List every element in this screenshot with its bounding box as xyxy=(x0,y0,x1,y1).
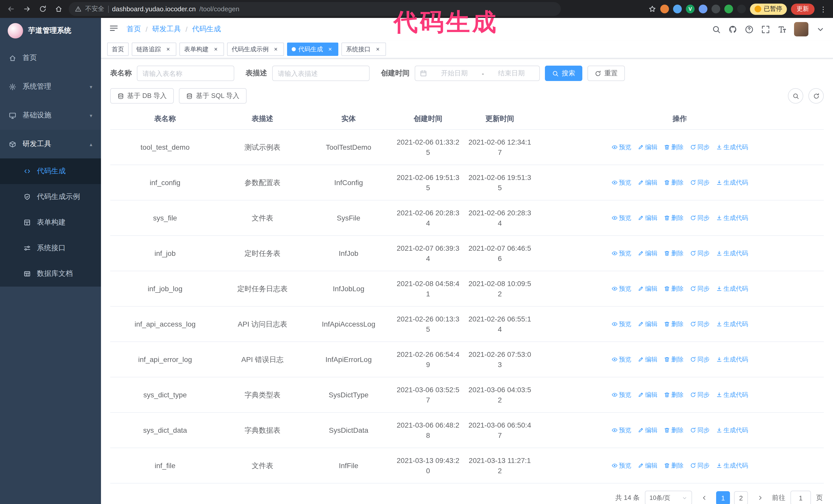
browser-home-icon[interactable] xyxy=(53,5,64,13)
extension-icon-pin[interactable] xyxy=(737,5,746,13)
font-size-icon[interactable] xyxy=(778,25,786,33)
generate-code-link[interactable]: 生成代码 xyxy=(716,425,748,435)
tab-close-icon[interactable]: × xyxy=(374,46,381,53)
help-icon[interactable] xyxy=(745,25,754,33)
sidebar-subitem-form[interactable]: 表单构建 xyxy=(0,210,101,235)
preview-link[interactable]: 预览 xyxy=(611,319,631,329)
generate-code-link[interactable]: 生成代码 xyxy=(716,177,748,187)
delete-link[interactable]: 删除 xyxy=(664,213,684,223)
date-range-picker[interactable]: 开始日期 - 结束日期 xyxy=(415,66,540,81)
delete-link[interactable]: 删除 xyxy=(664,354,684,364)
delete-link[interactable]: 删除 xyxy=(664,177,684,187)
bookmark-star-icon[interactable] xyxy=(648,5,656,13)
update-button[interactable]: 更新 xyxy=(791,3,814,15)
preview-link[interactable]: 预览 xyxy=(611,177,631,187)
edit-link[interactable]: 编辑 xyxy=(638,248,658,258)
table-name-input[interactable] xyxy=(137,66,234,81)
preview-link[interactable]: 预览 xyxy=(611,213,631,223)
extension-icon-green-v[interactable]: V xyxy=(686,5,695,13)
import-sql-button[interactable]: 基于 SQL 导入 xyxy=(179,88,247,103)
sync-link[interactable]: 同步 xyxy=(690,213,710,223)
edit-link[interactable]: 编辑 xyxy=(638,425,658,435)
avatar[interactable] xyxy=(794,22,808,37)
page-size-select[interactable]: 10条/页 xyxy=(645,491,692,504)
sync-link[interactable]: 同步 xyxy=(690,389,710,400)
edit-link[interactable]: 编辑 xyxy=(638,460,658,471)
page-button-1[interactable]: 1 xyxy=(716,491,730,504)
tab-close-icon[interactable]: × xyxy=(272,46,279,53)
generate-code-link[interactable]: 生成代码 xyxy=(716,248,748,258)
generate-code-link[interactable]: 生成代码 xyxy=(716,354,748,364)
page-button-2[interactable]: 2 xyxy=(734,491,748,504)
search-icon[interactable] xyxy=(712,25,721,33)
next-page-button[interactable] xyxy=(753,491,767,504)
sidebar-subitem-dbdoc[interactable]: 数据库文档 xyxy=(0,261,101,287)
sidebar-item-gear[interactable]: 系统管理▾ xyxy=(0,72,101,101)
forward-icon[interactable] xyxy=(21,5,32,13)
sync-link[interactable]: 同步 xyxy=(690,460,710,471)
preview-link[interactable]: 预览 xyxy=(611,425,631,435)
prev-page-button[interactable] xyxy=(697,491,711,504)
import-db-button[interactable]: 基于 DB 导入 xyxy=(110,88,174,103)
extension-icon-blue[interactable] xyxy=(673,5,682,13)
delete-link[interactable]: 删除 xyxy=(664,389,684,400)
delete-link[interactable]: 删除 xyxy=(664,319,684,329)
sync-link[interactable]: 同步 xyxy=(690,283,710,293)
paused-badge[interactable]: 已暂停 xyxy=(750,3,787,15)
sidebar-item-infra[interactable]: 基础设施▾ xyxy=(0,101,101,130)
preview-link[interactable]: 预览 xyxy=(611,460,631,471)
tab-首页[interactable]: 首页 xyxy=(107,43,129,56)
delete-link[interactable]: 删除 xyxy=(664,142,684,152)
delete-link[interactable]: 删除 xyxy=(664,248,684,258)
preview-link[interactable]: 预览 xyxy=(611,283,631,293)
tab-close-icon[interactable]: × xyxy=(212,46,219,53)
generate-code-link[interactable]: 生成代码 xyxy=(716,283,748,293)
sync-link[interactable]: 同步 xyxy=(690,248,710,258)
toggle-search-button[interactable] xyxy=(788,88,803,103)
generate-code-link[interactable]: 生成代码 xyxy=(716,460,748,471)
hamburger-icon[interactable] xyxy=(109,24,118,35)
edit-link[interactable]: 编辑 xyxy=(638,389,658,400)
edit-link[interactable]: 编辑 xyxy=(638,319,658,329)
extension-icon-dark[interactable] xyxy=(712,5,720,13)
reload-icon[interactable] xyxy=(37,5,48,13)
sync-link[interactable]: 同步 xyxy=(690,319,710,329)
tab-代码生成示例[interactable]: 代码生成示例× xyxy=(227,43,284,56)
extension-icon-orange[interactable] xyxy=(660,5,669,13)
extension-icon-people[interactable] xyxy=(699,5,708,13)
delete-link[interactable]: 删除 xyxy=(664,460,684,471)
sidebar-subitem-code[interactable]: 代码生成 xyxy=(0,159,101,184)
tab-close-icon[interactable]: × xyxy=(327,46,334,53)
preview-link[interactable]: 预览 xyxy=(611,389,631,400)
sidebar-subitem-shield[interactable]: 代码生成示例 xyxy=(0,184,101,210)
preview-link[interactable]: 预览 xyxy=(611,354,631,364)
delete-link[interactable]: 删除 xyxy=(664,425,684,435)
sync-link[interactable]: 同步 xyxy=(690,142,710,152)
edit-link[interactable]: 编辑 xyxy=(638,177,658,187)
goto-page-input[interactable] xyxy=(790,491,811,504)
address-bar[interactable]: 不安全 dashboard.yudao.iocoder.cn/tool/code… xyxy=(69,2,561,16)
sidebar-item-home[interactable]: 首页 xyxy=(0,44,101,72)
back-icon[interactable] xyxy=(5,5,17,13)
edit-link[interactable]: 编辑 xyxy=(638,283,658,293)
generate-code-link[interactable]: 生成代码 xyxy=(716,213,748,223)
breadcrumb-item[interactable]: 研发工具 xyxy=(152,25,181,34)
edit-link[interactable]: 编辑 xyxy=(638,142,658,152)
chevron-down-icon[interactable] xyxy=(816,25,825,33)
tab-系统接口[interactable]: 系统接口× xyxy=(341,43,386,56)
delete-link[interactable]: 删除 xyxy=(664,283,684,293)
tab-close-icon[interactable]: × xyxy=(165,46,172,53)
tab-表单构建[interactable]: 表单构建× xyxy=(180,43,224,56)
extension-icon-leaf[interactable] xyxy=(724,5,733,13)
preview-link[interactable]: 预览 xyxy=(611,248,631,258)
search-button[interactable]: 搜索 xyxy=(545,66,582,81)
reset-button[interactable]: 重置 xyxy=(588,66,625,81)
sidebar-item-tools[interactable]: 研发工具▴ xyxy=(0,130,101,159)
sync-link[interactable]: 同步 xyxy=(690,354,710,364)
preview-link[interactable]: 预览 xyxy=(611,142,631,152)
table-desc-input[interactable] xyxy=(272,66,370,81)
sync-link[interactable]: 同步 xyxy=(690,425,710,435)
generate-code-link[interactable]: 生成代码 xyxy=(716,319,748,329)
tab-代码生成[interactable]: 代码生成× xyxy=(287,43,338,56)
generate-code-link[interactable]: 生成代码 xyxy=(716,389,748,400)
